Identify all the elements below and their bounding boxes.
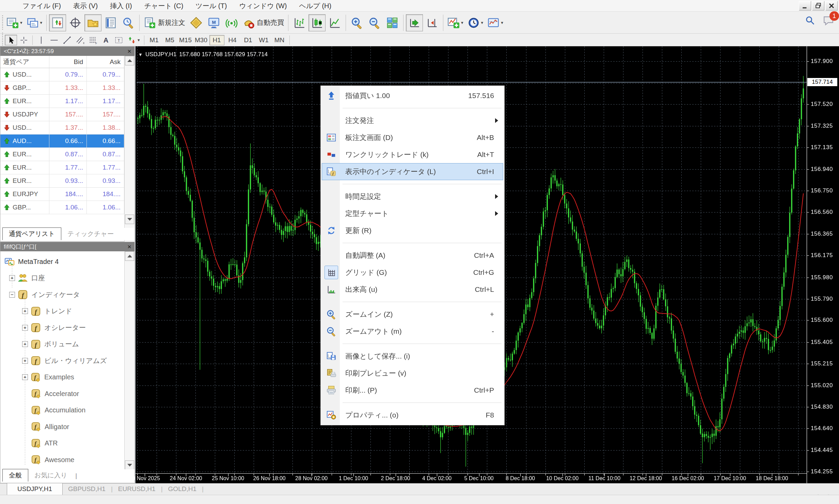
- menu-view[interactable]: 表示 (V): [67, 0, 104, 12]
- chart-tab-EURUSDH1[interactable]: EURUSD,H1: [113, 483, 161, 495]
- symbol-row-AUD[interactable]: AUD...0.66...0.66...: [0, 135, 124, 148]
- strategy-tester-button[interactable]: [120, 14, 137, 31]
- timeframe-d1-button[interactable]: D1: [241, 35, 256, 45]
- menu-item-ズームイン[interactable]: ズームイン (Z)+: [322, 306, 503, 323]
- scroll-down-button[interactable]: [125, 215, 134, 224]
- menu-item-プロパティ...[interactable]: プロパティ... (o)F8: [322, 407, 503, 424]
- timeframe-m5-button[interactable]: M5: [162, 35, 177, 45]
- expander-plus-icon[interactable]: +: [22, 308, 28, 314]
- text-button[interactable]: A: [100, 35, 112, 45]
- arrows-button[interactable]: ▾: [126, 35, 142, 45]
- chart-tab-GBPUSDH1[interactable]: GBPUSD,H1: [63, 483, 111, 495]
- menu-item-グリッド[interactable]: グリッド (G)Ctrl+G: [322, 264, 503, 281]
- column-symbol[interactable]: 通貨ペア: [0, 56, 49, 68]
- symbol-row-EUR[interactable]: EUR...0.87...0.87...: [0, 148, 124, 161]
- tile-windows-button[interactable]: [384, 14, 401, 31]
- tree-item-インディケータ[interactable]: −fインディケータ: [9, 286, 80, 303]
- tree-item-Awesome[interactable]: fAwesome: [31, 452, 74, 468]
- expander-plus-icon[interactable]: +: [22, 358, 28, 364]
- templates-button[interactable]: ▾: [486, 14, 505, 31]
- tab-symbols[interactable]: 通貨ペアリスト: [2, 227, 61, 240]
- minimize-button[interactable]: [799, 1, 811, 11]
- indicators-button[interactable]: ▾: [446, 14, 465, 31]
- timeframe-w1-button[interactable]: W1: [256, 35, 271, 45]
- tree-item-ATR[interactable]: fATR: [31, 435, 58, 452]
- tab-favorites[interactable]: お気に入り: [28, 469, 73, 482]
- periods-button[interactable]: ▾: [466, 14, 485, 31]
- menu-item-印刷プレビュー[interactable]: 印刷プレビュー (v): [322, 365, 503, 382]
- chart-shift-button[interactable]: [424, 14, 441, 31]
- column-bid[interactable]: Bid: [49, 56, 87, 68]
- signals-button[interactable]: [223, 14, 240, 31]
- menu-item-自動調整[interactable]: 自動調整 (A)Ctrl+A: [322, 247, 503, 264]
- menu-item-指値買い[interactable]: 指値買い 1.00157.516: [322, 87, 503, 104]
- vline-button[interactable]: [35, 35, 47, 45]
- tree-item-MetaTrader-4[interactable]: MetaTrader 4: [4, 253, 59, 270]
- line-chart-button[interactable]: [326, 14, 343, 31]
- symbol-row-EUR[interactable]: EUR...1.17...1.17...: [0, 95, 124, 108]
- menu-item-時間足設定[interactable]: 時間足設定: [322, 188, 503, 205]
- chart-tab-GOLDH1[interactable]: GOLD,H1: [163, 483, 202, 495]
- zoom-in-button[interactable]: [348, 14, 365, 31]
- candle-chart-button[interactable]: [308, 14, 326, 31]
- timeframe-mn-button[interactable]: MN: [272, 35, 287, 45]
- hline-button[interactable]: [48, 35, 60, 45]
- tree-item-Examples[interactable]: +fExamples: [22, 369, 74, 385]
- symbol-row-EURJPY[interactable]: EURJPY184....184....: [0, 188, 124, 201]
- timeframe-h1-button[interactable]: H1: [209, 35, 224, 45]
- expander-plus-icon[interactable]: +: [9, 275, 15, 281]
- tree-item-口座[interactable]: +口座: [9, 270, 45, 286]
- expander-plus-icon[interactable]: +: [22, 341, 28, 347]
- tree-item-ボリューム[interactable]: +fボリューム: [22, 336, 79, 352]
- symbol-row-EUR[interactable]: EUR...0.93...0.93...: [0, 174, 124, 188]
- channel-button[interactable]: E: [74, 35, 86, 45]
- navigator-scrollbar[interactable]: [124, 251, 134, 471]
- mql-community-button[interactable]: M: [205, 14, 222, 31]
- market-watch-button[interactable]: [49, 14, 66, 31]
- tree-item-トレンド[interactable]: +fトレンド: [22, 303, 72, 319]
- menu-file[interactable]: ファイル (F): [16, 0, 67, 12]
- menu-item-更新[interactable]: 更新 (R): [322, 222, 503, 239]
- timeframe-m15-button[interactable]: M15: [178, 35, 193, 45]
- menu-window[interactable]: ウィンドウ (W): [233, 0, 293, 12]
- notifications-icon[interactable]: 1: [823, 15, 834, 28]
- new-chart-button[interactable]: ▾: [5, 14, 24, 31]
- tree-item-オシレーター[interactable]: +fオシレーター: [22, 319, 86, 336]
- menu-item-板注文画面[interactable]: 板注文画面 (D)Alt+B: [322, 129, 503, 146]
- symbol-row-GBP[interactable]: GBP...1.33...1.33...: [0, 81, 124, 95]
- symbol-row-USD[interactable]: USD...1.37...1.38...: [0, 121, 124, 135]
- menu-tools[interactable]: ツール (T): [189, 0, 233, 12]
- symbol-row-USD[interactable]: USD...0.79...0.79...: [0, 68, 124, 81]
- menu-insert[interactable]: 挿入 (I): [104, 0, 138, 12]
- new-order-button[interactable]: 新規注文: [142, 14, 187, 31]
- time-axis[interactable]: 20 Nov 202524 Nov 02:0025 Nov 10:0026 No…: [136, 474, 807, 483]
- symbol-row-USDJPY[interactable]: USDJPY157....157....: [0, 108, 124, 121]
- expander-plus-icon[interactable]: +: [22, 325, 28, 331]
- timeframe-m30-button[interactable]: M30: [194, 35, 209, 45]
- timeframe-h4-button[interactable]: H4: [225, 35, 240, 45]
- autotrade-button[interactable]: 自動売買: [241, 14, 286, 31]
- profiles-button[interactable]: ▾: [25, 14, 44, 31]
- trendline-button[interactable]: [61, 35, 73, 45]
- tab-common[interactable]: 全般: [2, 469, 28, 482]
- restore-button[interactable]: [812, 1, 824, 11]
- price-scale[interactable]: 157.900157.520157.325157.135156.940156.7…: [807, 46, 839, 483]
- tree-item-Alligator[interactable]: fAlligator: [31, 419, 69, 435]
- tree-item-Accelerator[interactable]: fAccelerator: [31, 385, 79, 402]
- navigator-button[interactable]: [84, 14, 101, 31]
- menu-help[interactable]: ヘルプ (H): [293, 0, 338, 12]
- menu-item-表示中のインディケータ[interactable]: f表示中のインディケータ (L)Ctrl+I: [322, 163, 503, 180]
- crosshair-button[interactable]: [18, 35, 30, 45]
- menu-item-出来高[interactable]: 出来高 (u)Ctrl+L: [322, 281, 503, 298]
- symbol-row-EUR[interactable]: EUR...1.77...1.77...: [0, 161, 124, 174]
- tab-tick-chart[interactable]: ティックチャー: [61, 228, 120, 240]
- bar-chart-button[interactable]: [291, 14, 308, 31]
- scroll-up-button[interactable]: [125, 251, 134, 261]
- column-ask[interactable]: Ask: [87, 56, 124, 68]
- chart-tab-USDJPYH1[interactable]: USDJPY,H1: [7, 483, 63, 495]
- menu-item-印刷...[interactable]: 印刷... (P)Ctrl+P: [322, 382, 503, 399]
- auto-scroll-button[interactable]: [406, 14, 423, 31]
- cursor-button[interactable]: [5, 35, 17, 45]
- tree-item-Accumulation[interactable]: fAccumulation: [31, 402, 85, 419]
- label-button[interactable]: T: [113, 35, 125, 45]
